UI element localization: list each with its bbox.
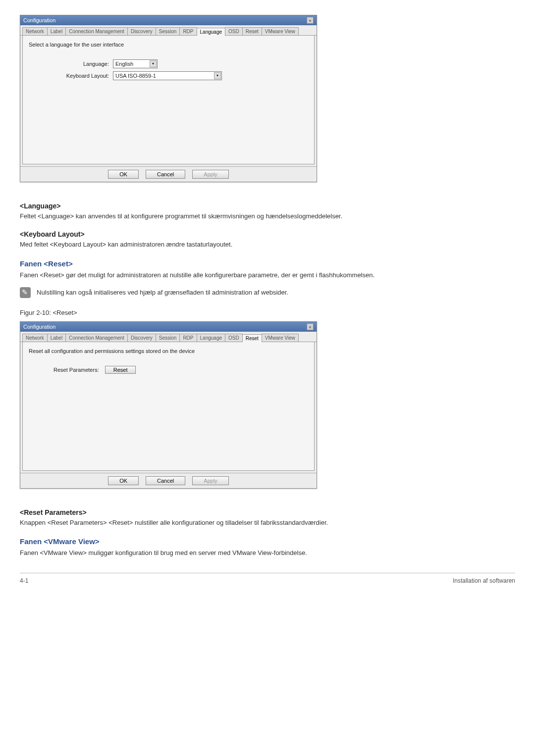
- footer-section-title: Installation af softwaren: [453, 577, 515, 584]
- ok-button[interactable]: OK: [108, 476, 139, 485]
- cancel-button[interactable]: Cancel: [146, 170, 185, 179]
- apply-button[interactable]: Apply: [192, 170, 229, 179]
- chevron-down-icon: ▾: [214, 72, 221, 79]
- body-keyboard-layout: Med feltet <Keyboard Layout> kan adminis…: [20, 240, 515, 250]
- note-row: Nulstilling kan også initialiseres ved h…: [20, 287, 515, 298]
- dialog-button-bar: OK Cancel Apply: [20, 166, 317, 182]
- tab-language[interactable]: Language: [197, 28, 226, 36]
- heading-language: <Language>: [20, 202, 515, 210]
- reset-button[interactable]: Reset: [105, 366, 136, 374]
- language-label: Language:: [54, 61, 113, 67]
- note-text: Nulstilling kan også initialiseres ved h…: [37, 289, 288, 296]
- configuration-dialog-reset: Configuration × Network Label Connection…: [20, 321, 317, 489]
- keyboard-layout-select[interactable]: USA ISO-8859-1 ▾: [113, 71, 222, 80]
- dialog-titlebar: Configuration ×: [20, 322, 317, 332]
- cancel-button[interactable]: Cancel: [146, 476, 185, 485]
- tab-network[interactable]: Network: [22, 27, 48, 35]
- tab-language[interactable]: Language: [197, 334, 226, 342]
- panel-heading: Reset all configuration and permissions …: [29, 348, 308, 354]
- tab-connection-management[interactable]: Connection Management: [65, 334, 128, 342]
- tab-reset[interactable]: Reset: [242, 27, 262, 35]
- ok-button[interactable]: OK: [108, 170, 139, 179]
- tab-discovery[interactable]: Discovery: [127, 27, 156, 35]
- tab-rdp[interactable]: RDP: [179, 334, 197, 342]
- heading-keyboard-layout: <Keyboard Layout>: [20, 230, 515, 238]
- body-vmware-view: Fanen <VMware View> muliggør konfigurati…: [20, 549, 515, 558]
- dialog-title: Configuration: [23, 324, 55, 330]
- tab-osd[interactable]: OSD: [225, 334, 243, 342]
- keyboard-layout-label: Keyboard Layout:: [54, 73, 113, 79]
- tab-label[interactable]: Label: [47, 27, 66, 35]
- tab-vmware-view[interactable]: VMware View: [262, 27, 299, 35]
- field-row-keyboard: Keyboard Layout: USA ISO-8859-1 ▾: [29, 71, 308, 80]
- tab-session[interactable]: Session: [156, 27, 180, 35]
- section-heading-vmware-view: Fanen <VMware View>: [20, 537, 515, 546]
- tabstrip: Network Label Connection Management Disc…: [20, 25, 317, 36]
- note-icon: [20, 287, 31, 298]
- tab-osd[interactable]: OSD: [225, 27, 243, 35]
- figure-caption-reset: Figur 2-10: <Reset>: [20, 309, 515, 316]
- reset-row: Reset Parameters: Reset: [29, 366, 308, 374]
- tab-panel-reset: Reset all configuration and permissions …: [22, 342, 315, 471]
- reset-parameters-label: Reset Parameters:: [54, 367, 105, 373]
- body-reset: Fanen <Reset> gør det muligt for adminis…: [20, 271, 515, 280]
- dialog-titlebar: Configuration ×: [20, 15, 317, 25]
- body-language: Feltet <Language> kan anvendes til at ko…: [20, 212, 515, 221]
- page-footer: 4-1 Installation af softwaren: [20, 573, 515, 584]
- tab-reset[interactable]: Reset: [242, 334, 262, 342]
- tab-session[interactable]: Session: [156, 334, 180, 342]
- language-select[interactable]: English ▾: [113, 59, 158, 68]
- heading-reset-parameters: <Reset Parameters>: [20, 508, 515, 516]
- field-row-language: Language: English ▾: [29, 59, 308, 68]
- body-reset-parameters: Knappen <Reset Parameters> <Reset> nulst…: [20, 518, 515, 528]
- keyboard-layout-value: USA ISO-8859-1: [115, 73, 156, 79]
- tab-network[interactable]: Network: [22, 334, 48, 342]
- close-icon[interactable]: ×: [307, 323, 314, 330]
- tab-panel-language: Select a language for the user interface…: [22, 36, 315, 164]
- footer-page-number: 4-1: [20, 577, 28, 584]
- section-heading-reset: Fanen <Reset>: [20, 259, 515, 268]
- tab-connection-management[interactable]: Connection Management: [65, 27, 128, 35]
- chevron-down-icon: ▾: [150, 60, 157, 67]
- tab-discovery[interactable]: Discovery: [127, 334, 156, 342]
- dialog-button-bar: OK Cancel Apply: [20, 473, 317, 488]
- close-icon[interactable]: ×: [307, 17, 314, 24]
- tab-label[interactable]: Label: [47, 334, 66, 342]
- tabstrip: Network Label Connection Management Disc…: [20, 332, 317, 342]
- configuration-dialog-language: Configuration × Network Label Connection…: [20, 15, 317, 182]
- language-value: English: [115, 61, 133, 67]
- dialog-title: Configuration: [23, 17, 55, 23]
- tab-vmware-view[interactable]: VMware View: [262, 334, 299, 342]
- tab-rdp[interactable]: RDP: [179, 27, 197, 35]
- apply-button[interactable]: Apply: [192, 476, 229, 485]
- panel-heading: Select a language for the user interface: [29, 42, 308, 48]
